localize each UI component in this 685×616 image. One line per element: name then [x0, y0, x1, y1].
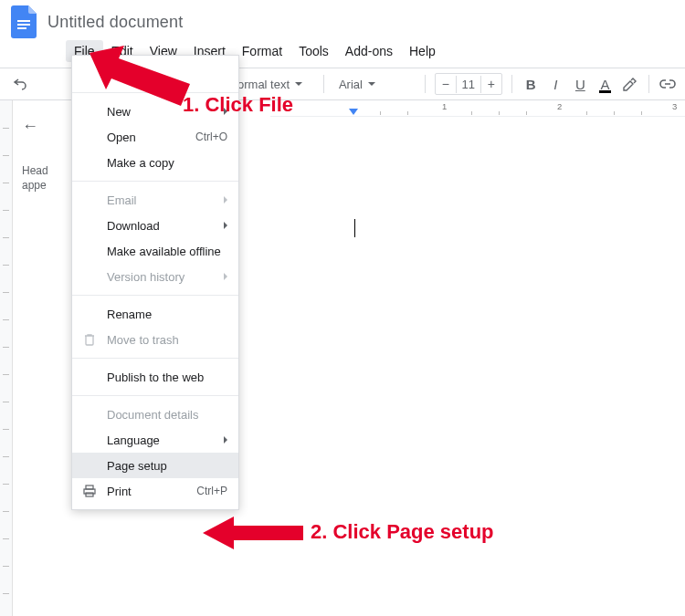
menu-addons[interactable]: Add-ons	[337, 40, 401, 62]
font-select[interactable]: Arial	[333, 74, 416, 95]
svg-rect-1	[17, 24, 30, 26]
submenu-arrow-icon	[224, 196, 227, 204]
menu-new[interactable]: New	[72, 99, 238, 124]
document-title[interactable]: Untitled document	[47, 13, 183, 32]
menu-print[interactable]: PrintCtrl+P	[72, 478, 238, 504]
chevron-down-icon	[368, 82, 375, 86]
font-label: Arial	[339, 78, 363, 91]
outline-panel: ← Headappe	[13, 100, 69, 616]
outline-placeholder: Headappe	[22, 163, 64, 193]
submenu-arrow-icon	[224, 273, 227, 280]
highlight-button[interactable]	[620, 73, 639, 95]
menu-move-trash: Move to trash	[72, 327, 238, 352]
menu-offline[interactable]: Make available offline	[72, 238, 238, 264]
paragraph-style-select[interactable]: ormal text	[232, 74, 314, 95]
menu-share[interactable]: Share	[72, 61, 238, 87]
vertical-ruler	[0, 100, 13, 616]
file-menu-dropdown: Share New OpenCtrl+O Make a copy Email D…	[71, 55, 239, 510]
text-cursor	[354, 219, 355, 237]
trash-icon	[81, 331, 98, 348]
submenu-arrow-icon	[224, 222, 227, 229]
paragraph-style-label: ormal text	[237, 78, 290, 91]
chevron-down-icon	[295, 82, 302, 86]
menu-format[interactable]: Format	[234, 40, 290, 62]
menu-publish[interactable]: Publish to the web	[72, 364, 238, 390]
font-size-control: − 11 +	[435, 73, 502, 95]
menu-doc-details: Document details	[72, 402, 238, 427]
menu-make-copy[interactable]: Make a copy	[72, 150, 238, 175]
submenu-arrow-icon	[224, 436, 227, 444]
svg-rect-5	[86, 493, 93, 496]
menu-open[interactable]: OpenCtrl+O	[72, 124, 238, 150]
menu-tools[interactable]: Tools	[290, 40, 337, 62]
menu-help[interactable]: Help	[401, 40, 444, 62]
text-color-button[interactable]: A	[595, 73, 615, 95]
menu-version-history: Version history	[72, 264, 238, 289]
bold-button[interactable]: B	[522, 73, 541, 95]
outline-collapse-button[interactable]: ←	[22, 117, 64, 136]
svg-rect-0	[17, 20, 30, 22]
document-page[interactable]	[270, 117, 685, 616]
menu-page-setup[interactable]: Page setup	[72, 453, 238, 478]
font-size-decrease[interactable]: −	[436, 74, 456, 94]
font-size-value[interactable]: 11	[456, 76, 481, 93]
menu-language[interactable]: Language	[72, 427, 238, 453]
menu-download[interactable]: Download	[72, 213, 238, 238]
italic-button[interactable]: I	[546, 73, 565, 95]
menu-rename[interactable]: Rename	[72, 301, 238, 327]
horizontal-ruler[interactable]: 1 2 3	[270, 100, 685, 117]
undo-button[interactable]	[7, 73, 33, 95]
indent-marker-icon[interactable]	[349, 109, 358, 115]
print-icon	[81, 483, 98, 499]
svg-rect-2	[17, 27, 26, 29]
docs-logo[interactable]	[7, 5, 40, 38]
menu-email: Email	[72, 187, 238, 213]
underline-button[interactable]: U	[571, 73, 590, 95]
submenu-arrow-icon	[224, 108, 227, 115]
insert-link-button[interactable]	[659, 73, 678, 95]
font-size-increase[interactable]: +	[481, 74, 501, 94]
